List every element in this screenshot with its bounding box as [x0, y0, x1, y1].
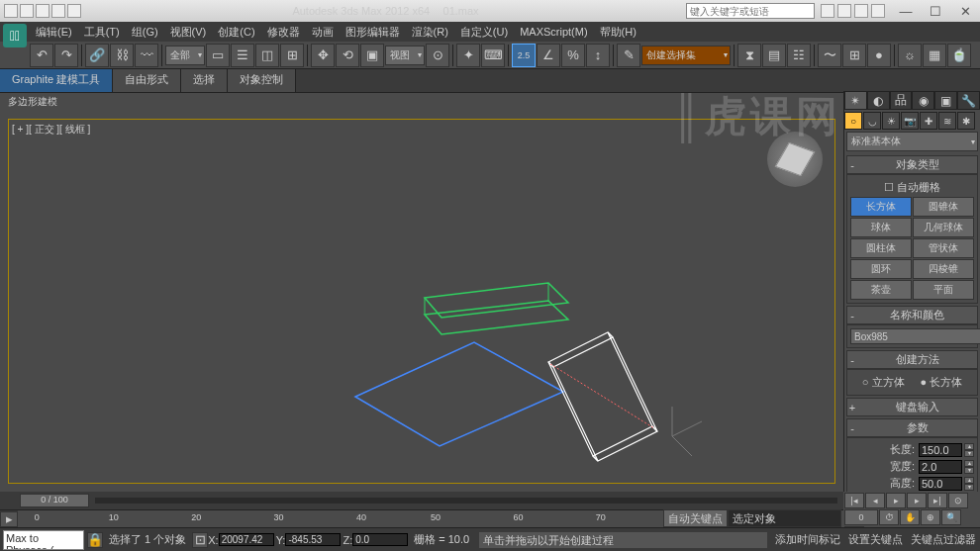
tab-motion[interactable]: ◉: [912, 91, 934, 110]
qat-undo-icon[interactable]: [51, 4, 65, 18]
link-button[interactable]: 🔗: [85, 44, 109, 67]
render-setup-button[interactable]: ☼: [898, 44, 922, 67]
menu-rendering[interactable]: 渲染(R): [406, 25, 454, 40]
named-selset-dropdown[interactable]: 创建选择集: [641, 46, 731, 65]
subtab-spacewarps[interactable]: ≋: [938, 112, 956, 130]
tab-display[interactable]: ▣: [934, 91, 957, 110]
subtab-shapes[interactable]: ◡: [863, 112, 881, 130]
qat-redo-icon[interactable]: [67, 4, 81, 18]
menu-help[interactable]: 帮助(H): [594, 25, 642, 40]
scale-button[interactable]: ▣: [360, 44, 384, 67]
obj-plane[interactable]: 平面: [913, 280, 974, 300]
menu-views[interactable]: 视图(V): [164, 25, 213, 40]
select-object-button[interactable]: ▭: [206, 44, 230, 67]
menu-tools[interactable]: 工具(T): [78, 25, 126, 40]
menu-edit[interactable]: 编辑(E): [30, 25, 78, 40]
menu-animation[interactable]: 动画: [306, 25, 340, 40]
param-width-spinner[interactable]: ▴▾: [964, 460, 974, 474]
trackbar-toggle[interactable]: ▸: [0, 511, 18, 527]
rollout-parameters[interactable]: -参数: [846, 418, 978, 437]
pivot-button[interactable]: ⊙: [426, 44, 449, 67]
obj-box[interactable]: 长方体: [850, 197, 912, 217]
tab-modify[interactable]: ◐: [867, 91, 890, 110]
subtab-geometry[interactable]: ○: [844, 112, 862, 130]
time-config-button[interactable]: ⏱: [879, 509, 899, 525]
subtab-helpers[interactable]: ✚: [920, 112, 937, 130]
obj-cone[interactable]: 圆锥体: [913, 197, 974, 217]
param-height-spinner[interactable]: ▴▾: [964, 477, 974, 491]
menu-group[interactable]: 组(G): [126, 25, 164, 40]
nav-zoom-button[interactable]: 🔍: [941, 509, 961, 525]
align-button[interactable]: ▤: [762, 44, 786, 67]
time-slider-handle[interactable]: 0 / 100: [20, 494, 89, 507]
obj-geosphere[interactable]: 几何球体: [913, 218, 974, 237]
percent-snap-button[interactable]: %: [561, 44, 585, 67]
coord-x-input[interactable]: [219, 533, 274, 546]
viewport-ortho[interactable]: [ + ][ 正交 ][ 线框 ]: [8, 119, 835, 484]
select-by-name-button[interactable]: ☰: [231, 44, 254, 67]
rendered-frame-button[interactable]: ▦: [923, 44, 946, 67]
graphite-tab-freeform[interactable]: 自由形式: [113, 69, 181, 92]
key-icon[interactable]: [837, 4, 851, 18]
graphite-tab-modeling[interactable]: Graphite 建模工具: [0, 69, 113, 92]
key-filters-button[interactable]: 关键点过滤器: [907, 532, 980, 547]
obj-pyramid[interactable]: 四棱锥: [913, 259, 974, 279]
star-icon[interactable]: [854, 4, 868, 18]
set-key-button[interactable]: 设置关键点: [844, 532, 907, 547]
coord-z-input[interactable]: [352, 533, 408, 546]
primitive-category-dropdown[interactable]: 标准基本体: [846, 132, 978, 151]
ref-coord-dropdown[interactable]: 视图: [385, 46, 425, 65]
nav-pan-button[interactable]: ✋: [900, 509, 920, 525]
menu-create[interactable]: 创建(C): [212, 25, 260, 40]
time-tag-button[interactable]: 添加时间标记: [771, 532, 844, 547]
maxscript-listener[interactable]: Max to Physacs (: [3, 530, 84, 550]
coord-y-input[interactable]: [285, 533, 341, 546]
select-region-button[interactable]: ◫: [255, 44, 279, 67]
key-mode-button[interactable]: ⊙: [948, 493, 968, 508]
obj-cylinder[interactable]: 圆柱体: [850, 238, 912, 258]
rollout-object-type[interactable]: -对象类型: [846, 155, 978, 174]
help-icon[interactable]: [871, 4, 885, 18]
curve-editor-button[interactable]: 〜: [818, 44, 841, 67]
snap-toggle-button[interactable]: 2.5: [512, 44, 536, 67]
qat-save-icon[interactable]: [36, 4, 49, 18]
auto-key-button[interactable]: 自动关键点: [663, 509, 728, 527]
param-length-spinner[interactable]: ▴▾: [964, 443, 974, 457]
maximize-button[interactable]: ☐: [921, 1, 950, 21]
unlink-button[interactable]: ⛓: [110, 44, 134, 67]
undo-button[interactable]: ↶: [30, 44, 53, 67]
play-button[interactable]: ▸: [886, 493, 906, 508]
bind-spacewarp-button[interactable]: 〰: [135, 44, 158, 67]
obj-teapot[interactable]: 茶壶: [850, 280, 912, 300]
rollout-name-color[interactable]: -名称和颜色: [846, 306, 978, 324]
current-frame-input[interactable]: 0: [844, 509, 878, 525]
time-slider[interactable]: 0 / 100: [0, 492, 843, 509]
subtab-systems[interactable]: ✱: [957, 112, 975, 130]
param-length-input[interactable]: 150.0: [919, 443, 962, 457]
menu-modifiers[interactable]: 修改器: [261, 25, 306, 40]
isolate-icon[interactable]: ⊡: [192, 532, 208, 548]
next-frame-button[interactable]: ▸: [907, 493, 927, 508]
layers-button[interactable]: ☷: [787, 44, 811, 67]
close-button[interactable]: ✕: [950, 1, 980, 21]
tab-create[interactable]: ✴: [844, 91, 867, 110]
goto-start-button[interactable]: |◂: [844, 493, 864, 508]
autogrid-checkbox[interactable]: ☐自动栅格: [850, 178, 974, 197]
rollout-creation-method[interactable]: -创建方法: [846, 350, 978, 369]
mirror-button[interactable]: ⧗: [737, 44, 761, 67]
rotate-button[interactable]: ⟲: [336, 44, 359, 67]
radio-box[interactable]: ● 长方体: [921, 375, 963, 390]
selection-filter-dropdown[interactable]: 全部: [165, 46, 205, 65]
window-crossing-button[interactable]: ⊞: [280, 44, 304, 67]
angle-snap-button[interactable]: ∠: [537, 44, 560, 67]
qat-open-icon[interactable]: [20, 4, 34, 18]
menu-customize[interactable]: 自定义(U): [454, 25, 514, 40]
rollout-keyboard-entry[interactable]: +键盘输入: [846, 398, 978, 416]
param-height-input[interactable]: 50.0: [919, 477, 962, 491]
goto-end-button[interactable]: ▸|: [928, 493, 947, 508]
graphite-tab-object[interactable]: 对象控制: [228, 69, 296, 92]
tab-hierarchy[interactable]: 品: [890, 91, 913, 110]
poly-model-label[interactable]: 多边形建模: [0, 93, 980, 111]
keymode-button[interactable]: ⌨: [481, 44, 505, 67]
redo-button[interactable]: ↷: [54, 44, 78, 67]
